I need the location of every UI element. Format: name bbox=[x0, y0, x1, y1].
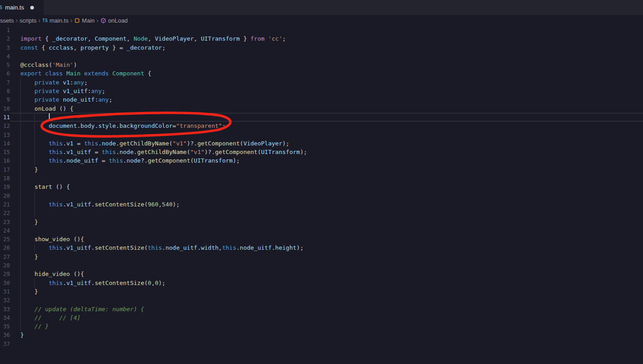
line-number: 18 bbox=[0, 174, 10, 182]
code-line[interactable]: 31 } bbox=[0, 287, 643, 296]
code-line[interactable]: 12 document.body.style.backgroundColor="… bbox=[0, 121, 643, 130]
breadcrumb-item-onload[interactable]: onLoad bbox=[100, 17, 128, 24]
text-cursor bbox=[49, 113, 50, 121]
indent-guide bbox=[34, 113, 35, 121]
indent-guide bbox=[20, 148, 21, 156]
code-line[interactable]: 24 bbox=[0, 226, 643, 235]
indent-guide bbox=[20, 156, 21, 165]
indent-guide bbox=[20, 209, 21, 217]
code-line[interactable]: 30 this.v1_uitf.setContentSize(0,0); bbox=[0, 279, 643, 287]
indent-guide bbox=[34, 121, 35, 130]
indent-guide bbox=[20, 174, 21, 182]
line-number: 37 bbox=[0, 340, 10, 348]
code-line[interactable]: 8 private v1_uitf:any; bbox=[0, 87, 643, 95]
line-number: 14 bbox=[0, 139, 10, 148]
code-line[interactable]: 28 bbox=[0, 261, 643, 270]
indent-guide bbox=[34, 131, 35, 139]
code-line[interactable]: 4 bbox=[0, 52, 643, 61]
indent-guide bbox=[20, 200, 21, 209]
indent-guide bbox=[20, 313, 21, 322]
indent-guide bbox=[34, 156, 35, 165]
code-line[interactable]: 19 start () { bbox=[0, 182, 643, 191]
tab-bar: TS main.ts bbox=[0, 0, 643, 15]
class-icon bbox=[74, 18, 80, 23]
code-line[interactable]: 13 bbox=[0, 131, 643, 139]
indent-guide bbox=[20, 235, 21, 243]
indent-guide bbox=[34, 209, 35, 217]
code-line[interactable]: 32 bbox=[0, 296, 643, 304]
code-line[interactable]: 14 this.v1 = this.node.getChildByName("v… bbox=[0, 139, 643, 148]
breadcrumb-label: Main bbox=[82, 17, 95, 24]
code-line[interactable]: 20 bbox=[0, 191, 643, 200]
line-number: 36 bbox=[0, 331, 10, 339]
indent-guide bbox=[20, 243, 21, 252]
typescript-icon: TS bbox=[42, 18, 47, 23]
code-line[interactable]: 25 show_video (){ bbox=[0, 235, 643, 243]
line-number: 4 bbox=[0, 52, 10, 61]
code-line[interactable]: 10 onLoad () { bbox=[0, 104, 643, 113]
breadcrumb-item-assets[interactable]: assets bbox=[0, 17, 14, 24]
line-number: 25 bbox=[0, 235, 10, 243]
indent-guide bbox=[20, 139, 21, 148]
code-line[interactable]: 26 this.v1_uitf.setContentSize(this.node… bbox=[0, 243, 643, 252]
breadcrumb-item-scripts[interactable]: scripts bbox=[19, 17, 37, 24]
code-line[interactable]: 17 } bbox=[0, 165, 643, 174]
code-line[interactable]: 16 this.node_uitf = this.node?.getCompon… bbox=[0, 156, 643, 165]
line-number: 27 bbox=[0, 252, 10, 261]
code-line[interactable]: 35 // } bbox=[0, 322, 643, 331]
tab-label: main.ts bbox=[5, 4, 24, 11]
code-line[interactable]: 2import { _decorator, Component, Node, V… bbox=[0, 34, 643, 43]
line-number: 20 bbox=[0, 191, 10, 200]
line-number: 7 bbox=[0, 78, 10, 87]
editor-tab-main-ts[interactable]: TS main.ts bbox=[0, 0, 43, 15]
code-editor[interactable]: 12import { _decorator, Component, Node, … bbox=[0, 26, 643, 348]
line-number: 9 bbox=[0, 95, 10, 104]
breadcrumb-item-main[interactable]: Main bbox=[74, 17, 95, 24]
code-line[interactable]: 27 } bbox=[0, 252, 643, 261]
indent-guide bbox=[20, 296, 21, 304]
line-number: 35 bbox=[0, 322, 10, 331]
indent-guide bbox=[20, 121, 21, 130]
code-line[interactable]: 11 bbox=[0, 113, 643, 121]
line-number: 17 bbox=[0, 165, 10, 174]
indent-guide bbox=[20, 113, 21, 121]
breadcrumb-label: main.ts bbox=[50, 17, 69, 24]
code-line[interactable]: 6export class Main extends Component { bbox=[0, 69, 643, 78]
line-number: 30 bbox=[0, 279, 10, 287]
code-line[interactable]: 3const { ccclass, property } = _decorato… bbox=[0, 43, 643, 52]
code-line[interactable]: 36} bbox=[0, 331, 643, 339]
code-line[interactable]: 22 bbox=[0, 209, 643, 217]
code-line[interactable]: 37 bbox=[0, 340, 643, 348]
line-number: 32 bbox=[0, 296, 10, 304]
code-line[interactable]: 15 this.v1_uitf = this.node.getChildByNa… bbox=[0, 148, 643, 156]
line-number: 2 bbox=[0, 34, 10, 43]
indent-guide bbox=[20, 131, 21, 139]
code-line[interactable]: 18 bbox=[0, 174, 643, 182]
code-line[interactable]: 33 // update (deltaTime: number) { bbox=[0, 305, 643, 313]
breadcrumb-item-main-ts[interactable]: TSmain.ts bbox=[42, 17, 68, 24]
indent-guide bbox=[34, 200, 35, 209]
indent-guide bbox=[34, 148, 35, 156]
indent-guide bbox=[20, 165, 21, 174]
breadcrumb: assets›scripts›TSmain.ts›Main›onLoad bbox=[0, 15, 643, 26]
line-number: 5 bbox=[0, 61, 10, 69]
file-modified-indicator[interactable] bbox=[30, 6, 34, 9]
indent-guide bbox=[20, 78, 21, 87]
code-line[interactable]: 7 private v1:any; bbox=[0, 78, 643, 87]
line-number: 23 bbox=[0, 218, 10, 226]
line-number: 12 bbox=[0, 121, 10, 130]
code-line[interactable]: 23 } bbox=[0, 218, 643, 226]
code-line[interactable]: 29 hide_video (){ bbox=[0, 270, 643, 278]
code-line[interactable]: 9 private node_uitf:any; bbox=[0, 95, 643, 104]
line-number: 13 bbox=[0, 131, 10, 139]
breadcrumb-separator: › bbox=[16, 17, 18, 24]
code-line[interactable]: 21 this.v1_uitf.setContentSize(960,540); bbox=[0, 200, 643, 209]
code-line[interactable]: 5@ccclass('Main') bbox=[0, 61, 643, 69]
line-number: 21 bbox=[0, 200, 10, 209]
code-line[interactable]: 34 // // [4] bbox=[0, 313, 643, 322]
code-line[interactable]: 1 bbox=[0, 26, 643, 34]
line-number: 1 bbox=[0, 26, 10, 34]
indent-guide bbox=[20, 95, 21, 104]
indent-guide bbox=[34, 243, 35, 252]
indent-guide bbox=[20, 261, 21, 270]
